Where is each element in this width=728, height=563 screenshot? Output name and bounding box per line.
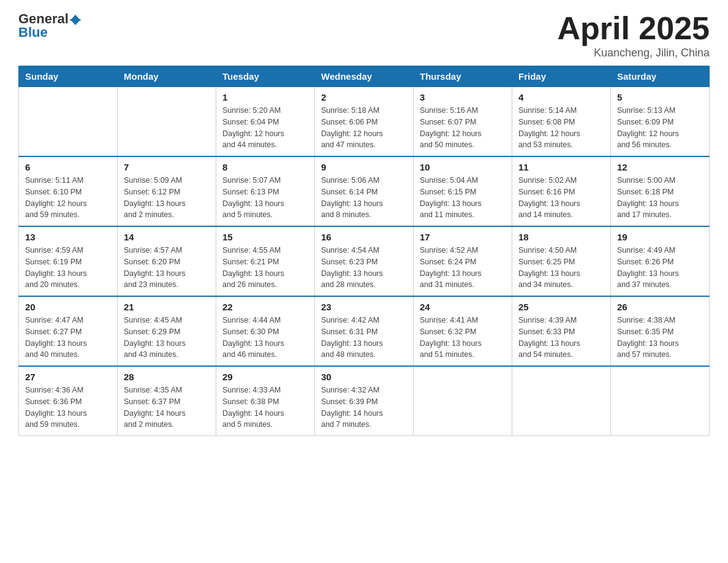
day-number: 3 <box>420 92 506 102</box>
week-row-5: 27Sunrise: 4:36 AMSunset: 6:36 PMDayligh… <box>19 366 710 436</box>
title-block: April 2025 Kuancheng, Jilin, China <box>557 12 710 59</box>
day-info: Sunrise: 4:45 AMSunset: 6:29 PMDaylight:… <box>124 315 210 361</box>
day-info: Sunrise: 5:14 AMSunset: 6:08 PMDaylight:… <box>518 105 604 151</box>
day-number: 20 <box>25 302 111 312</box>
day-number: 16 <box>321 232 407 242</box>
day-number: 9 <box>321 162 407 172</box>
day-number: 13 <box>25 232 111 242</box>
week-row-1: 1Sunrise: 5:20 AMSunset: 6:04 PMDaylight… <box>19 87 710 157</box>
day-info: Sunrise: 4:41 AMSunset: 6:32 PMDaylight:… <box>420 315 506 361</box>
calendar-table: SundayMondayTuesdayWednesdayThursdayFrid… <box>18 66 710 436</box>
day-info: Sunrise: 4:42 AMSunset: 6:31 PMDaylight:… <box>321 315 407 361</box>
day-number: 25 <box>518 302 604 312</box>
day-cell: 14Sunrise: 4:57 AMSunset: 6:20 PMDayligh… <box>118 226 216 296</box>
day-cell: 7Sunrise: 5:09 AMSunset: 6:12 PMDaylight… <box>118 156 216 226</box>
day-cell: 24Sunrise: 4:41 AMSunset: 6:32 PMDayligh… <box>414 296 512 366</box>
month-title: April 2025 <box>557 12 710 44</box>
day-info: Sunrise: 4:52 AMSunset: 6:24 PMDaylight:… <box>420 245 506 291</box>
day-cell: 2Sunrise: 5:18 AMSunset: 6:06 PMDaylight… <box>315 87 414 157</box>
day-number: 7 <box>124 162 210 172</box>
day-number: 30 <box>321 372 407 382</box>
day-info: Sunrise: 5:00 AMSunset: 6:18 PMDaylight:… <box>617 175 703 221</box>
day-cell: 28Sunrise: 4:35 AMSunset: 6:37 PMDayligh… <box>118 366 216 436</box>
day-number: 29 <box>222 372 308 382</box>
day-cell <box>512 366 611 436</box>
day-cell: 20Sunrise: 4:47 AMSunset: 6:27 PMDayligh… <box>19 296 118 366</box>
day-cell: 9Sunrise: 5:06 AMSunset: 6:14 PMDaylight… <box>315 156 414 226</box>
col-header-saturday: Saturday <box>611 66 710 87</box>
day-number: 12 <box>617 162 703 172</box>
day-cell: 12Sunrise: 5:00 AMSunset: 6:18 PMDayligh… <box>611 156 710 226</box>
day-info: Sunrise: 5:20 AMSunset: 6:04 PMDaylight:… <box>222 105 308 151</box>
day-info: Sunrise: 4:38 AMSunset: 6:35 PMDaylight:… <box>617 315 703 361</box>
day-cell: 22Sunrise: 4:44 AMSunset: 6:30 PMDayligh… <box>216 296 315 366</box>
day-number: 14 <box>124 232 210 242</box>
day-number: 10 <box>420 162 506 172</box>
day-cell: 21Sunrise: 4:45 AMSunset: 6:29 PMDayligh… <box>118 296 216 366</box>
day-info: Sunrise: 4:49 AMSunset: 6:26 PMDaylight:… <box>617 245 703 291</box>
week-row-2: 6Sunrise: 5:11 AMSunset: 6:10 PMDaylight… <box>19 156 710 226</box>
day-number: 23 <box>321 302 407 312</box>
day-info: Sunrise: 5:02 AMSunset: 6:16 PMDaylight:… <box>518 175 604 221</box>
day-number: 27 <box>25 372 111 382</box>
day-number: 22 <box>222 302 308 312</box>
day-number: 21 <box>124 302 210 312</box>
day-info: Sunrise: 5:06 AMSunset: 6:14 PMDaylight:… <box>321 175 407 221</box>
day-info: Sunrise: 4:44 AMSunset: 6:30 PMDaylight:… <box>222 315 308 361</box>
day-cell: 4Sunrise: 5:14 AMSunset: 6:08 PMDaylight… <box>512 87 611 157</box>
day-cell: 8Sunrise: 5:07 AMSunset: 6:13 PMDaylight… <box>216 156 315 226</box>
day-cell: 16Sunrise: 4:54 AMSunset: 6:23 PMDayligh… <box>315 226 414 296</box>
day-number: 11 <box>518 162 604 172</box>
day-info: Sunrise: 4:39 AMSunset: 6:33 PMDaylight:… <box>518 315 604 361</box>
day-cell <box>611 366 710 436</box>
day-number: 1 <box>222 92 308 102</box>
day-cell: 17Sunrise: 4:52 AMSunset: 6:24 PMDayligh… <box>414 226 512 296</box>
day-cell: 3Sunrise: 5:16 AMSunset: 6:07 PMDaylight… <box>414 87 512 157</box>
day-number: 6 <box>25 162 111 172</box>
day-info: Sunrise: 4:55 AMSunset: 6:21 PMDaylight:… <box>222 245 308 291</box>
day-number: 4 <box>518 92 604 102</box>
col-header-wednesday: Wednesday <box>315 66 414 87</box>
day-number: 19 <box>617 232 703 242</box>
day-cell: 15Sunrise: 4:55 AMSunset: 6:21 PMDayligh… <box>216 226 315 296</box>
day-cell: 6Sunrise: 5:11 AMSunset: 6:10 PMDaylight… <box>19 156 118 226</box>
day-number: 26 <box>617 302 703 312</box>
day-number: 18 <box>518 232 604 242</box>
day-cell: 13Sunrise: 4:59 AMSunset: 6:19 PMDayligh… <box>19 226 118 296</box>
day-number: 28 <box>124 372 210 382</box>
day-info: Sunrise: 5:09 AMSunset: 6:12 PMDaylight:… <box>124 175 210 221</box>
day-cell: 25Sunrise: 4:39 AMSunset: 6:33 PMDayligh… <box>512 296 611 366</box>
day-number: 15 <box>222 232 308 242</box>
header-row: SundayMondayTuesdayWednesdayThursdayFrid… <box>19 66 710 87</box>
day-cell: 10Sunrise: 5:04 AMSunset: 6:15 PMDayligh… <box>414 156 512 226</box>
logo-general-text: General <box>18 12 69 26</box>
day-cell <box>414 366 512 436</box>
logo-blue-text: Blue <box>18 26 48 39</box>
day-info: Sunrise: 5:18 AMSunset: 6:06 PMDaylight:… <box>321 105 407 151</box>
day-number: 17 <box>420 232 506 242</box>
day-cell: 11Sunrise: 5:02 AMSunset: 6:16 PMDayligh… <box>512 156 611 226</box>
day-info: Sunrise: 4:54 AMSunset: 6:23 PMDaylight:… <box>321 245 407 291</box>
day-number: 5 <box>617 92 703 102</box>
day-info: Sunrise: 4:50 AMSunset: 6:25 PMDaylight:… <box>518 245 604 291</box>
day-info: Sunrise: 4:33 AMSunset: 6:38 PMDaylight:… <box>222 385 308 431</box>
day-cell <box>19 87 118 157</box>
day-info: Sunrise: 4:47 AMSunset: 6:27 PMDaylight:… <box>25 315 111 361</box>
day-info: Sunrise: 5:04 AMSunset: 6:15 PMDaylight:… <box>420 175 506 221</box>
day-info: Sunrise: 5:16 AMSunset: 6:07 PMDaylight:… <box>420 105 506 151</box>
day-info: Sunrise: 4:32 AMSunset: 6:39 PMDaylight:… <box>321 385 407 431</box>
day-number: 24 <box>420 302 506 312</box>
week-row-4: 20Sunrise: 4:47 AMSunset: 6:27 PMDayligh… <box>19 296 710 366</box>
week-row-3: 13Sunrise: 4:59 AMSunset: 6:19 PMDayligh… <box>19 226 710 296</box>
day-cell: 18Sunrise: 4:50 AMSunset: 6:25 PMDayligh… <box>512 226 611 296</box>
day-number: 2 <box>321 92 407 102</box>
logo: General Blue <box>18 12 81 39</box>
day-cell: 29Sunrise: 4:33 AMSunset: 6:38 PMDayligh… <box>216 366 315 436</box>
day-info: Sunrise: 4:36 AMSunset: 6:36 PMDaylight:… <box>25 385 111 431</box>
col-header-friday: Friday <box>512 66 611 87</box>
day-info: Sunrise: 5:13 AMSunset: 6:09 PMDaylight:… <box>617 105 703 151</box>
col-header-tuesday: Tuesday <box>216 66 315 87</box>
day-cell <box>118 87 216 157</box>
page-header: General Blue April 2025 Kuancheng, Jilin… <box>18 12 710 59</box>
day-cell: 19Sunrise: 4:49 AMSunset: 6:26 PMDayligh… <box>611 226 710 296</box>
